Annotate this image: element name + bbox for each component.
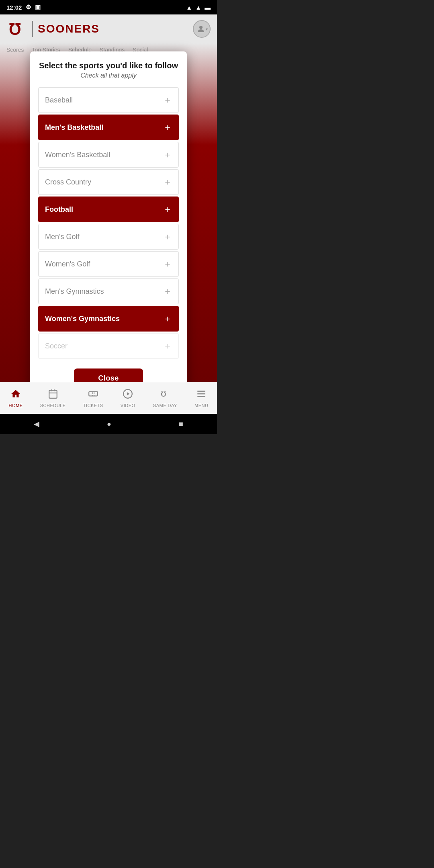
nav-item-schedule[interactable]: SCHEDULE <box>40 389 66 408</box>
sport-item-mens-gymnastics[interactable]: Men's Gymnastics ＋ <box>38 278 179 304</box>
status-bar: 12:02 ⚙ ▣ ▲ ▲ ▬ <box>0 0 217 14</box>
sport-name-womens-golf: Women's Golf <box>45 260 90 268</box>
nav-item-video[interactable]: VIDEO <box>121 389 135 408</box>
back-button[interactable]: ◀ <box>34 420 39 428</box>
status-time: 12:02 <box>6 4 22 11</box>
logo-divider <box>32 21 33 37</box>
sport-name-soccer: Soccer <box>45 342 68 350</box>
add-icon-mens-gymnastics: ＋ <box>163 285 172 297</box>
sport-name-baseball: Baseball <box>45 96 73 104</box>
nav-label-tickets: TICKETS <box>83 403 103 408</box>
svg-text:Ʊ: Ʊ <box>161 390 166 398</box>
battery-icon: ▬ <box>205 4 211 11</box>
modal-subtitle: Check all that apply <box>38 72 179 79</box>
nav-item-gameday[interactable]: Ʊ GAME DAY <box>153 389 177 408</box>
sport-item-football[interactable]: Football ＋ <box>38 197 179 222</box>
nav-item-menu[interactable]: MENU <box>194 389 208 408</box>
add-icon-womens-golf: ＋ <box>163 258 172 270</box>
sport-item-baseball[interactable]: Baseball ＋ <box>38 87 179 113</box>
nav-label-menu: MENU <box>194 403 208 408</box>
video-icon <box>123 389 133 401</box>
svg-rect-2 <box>49 390 57 398</box>
app-name: SOONERS <box>38 23 100 35</box>
bottom-nav: HOME SCHEDULE TICKETS VIDEO Ʊ GAME DAY M… <box>0 382 217 414</box>
tickets-icon <box>88 389 98 401</box>
sport-item-cross-country[interactable]: Cross Country ＋ <box>38 169 179 195</box>
sport-name-womens-gymnastics: Women's Gymnastics <box>45 315 120 323</box>
sport-item-mens-basketball[interactable]: Men's Basketball ＋ <box>38 115 179 140</box>
nav-label-schedule: SCHEDULE <box>40 403 66 408</box>
nav-label-gameday: GAME DAY <box>153 403 177 408</box>
recents-button[interactable]: ■ <box>179 420 183 428</box>
home-button[interactable]: ● <box>107 420 111 428</box>
android-nav: ◀ ● ■ <box>0 414 217 434</box>
signal-icon: ▲ <box>195 4 201 11</box>
sport-name-mens-golf: Men's Golf <box>45 233 79 241</box>
add-icon-cross-country: ＋ <box>163 176 172 188</box>
svg-marker-8 <box>127 392 130 395</box>
header-logo: Ʊ SOONERS <box>6 18 100 39</box>
sport-name-mens-basketball: Men's Basketball <box>45 123 103 132</box>
nav-label-video: VIDEO <box>121 403 135 408</box>
svg-text:Ʊ: Ʊ <box>9 21 21 38</box>
nfc-icon: ▣ <box>35 4 41 11</box>
sports-selection-modal: Select the sports you'd like to follow C… <box>30 51 187 396</box>
status-right: ▲ ▲ ▬ <box>186 4 211 11</box>
svg-rect-6 <box>89 391 98 396</box>
sport-name-cross-country: Cross Country <box>45 178 91 186</box>
schedule-icon <box>48 389 58 401</box>
ou-logo: Ʊ <box>6 18 27 39</box>
add-icon-soccer: ＋ <box>163 340 172 352</box>
sport-name-womens-basketball: Women's Basketball <box>45 151 110 159</box>
sport-item-mens-golf[interactable]: Men's Golf ＋ <box>38 224 179 250</box>
nav-label-home: HOME <box>9 403 23 408</box>
modal-overlay: Select the sports you'd like to follow C… <box>0 43 217 382</box>
user-avatar[interactable]: ▾ <box>193 20 211 38</box>
sport-item-womens-basketball[interactable]: Women's Basketball ＋ <box>38 142 179 168</box>
wifi-icon: ▲ <box>186 4 192 11</box>
sport-name-mens-gymnastics: Men's Gymnastics <box>45 287 104 296</box>
sport-item-womens-golf[interactable]: Women's Golf ＋ <box>38 251 179 277</box>
modal-title: Select the sports you'd like to follow <box>38 61 179 70</box>
app-header: Ʊ SOONERS ▾ <box>0 14 217 43</box>
add-icon-football: ＋ <box>163 203 172 215</box>
status-left: 12:02 ⚙ ▣ <box>6 4 41 11</box>
add-icon-baseball: ＋ <box>163 94 172 106</box>
add-icon-womens-gymnastics: ＋ <box>163 313 172 325</box>
menu-icon <box>196 389 207 401</box>
sport-name-football: Football <box>45 205 73 214</box>
sport-list: Baseball ＋ Men's Basketball ＋ Women's Ba… <box>38 87 179 360</box>
add-icon-womens-basketball: ＋ <box>163 149 172 161</box>
sport-item-womens-gymnastics[interactable]: Women's Gymnastics ＋ <box>38 306 179 332</box>
settings-icon: ⚙ <box>26 4 31 11</box>
add-icon-mens-basketball: ＋ <box>163 121 172 133</box>
gameday-icon: Ʊ <box>160 389 170 401</box>
nav-item-tickets[interactable]: TICKETS <box>83 389 103 408</box>
nav-item-home[interactable]: HOME <box>9 389 23 408</box>
add-icon-mens-golf: ＋ <box>163 231 172 243</box>
home-icon <box>10 389 21 401</box>
svg-point-1 <box>199 26 203 29</box>
sport-item-soccer[interactable]: Soccer ＋ <box>38 333 179 359</box>
